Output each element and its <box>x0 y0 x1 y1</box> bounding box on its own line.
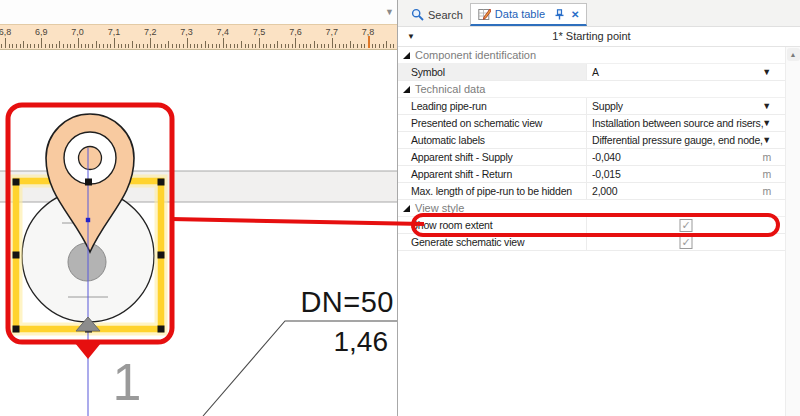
property-label[interactable]: Presented on schematic view <box>398 115 586 131</box>
property-row-apparent-shift-return[interactable]: Apparent shift - Return-0,015m <box>398 166 785 183</box>
ruler-tick <box>16 44 17 48</box>
property-row-automatic-labels[interactable]: Automatic labelsDifferential pressure ga… <box>398 132 785 149</box>
unit-label: m <box>762 168 771 180</box>
chevron-down-icon[interactable]: ▼ <box>762 119 771 128</box>
tab-search[interactable]: Search <box>404 3 470 26</box>
property-value[interactable]: Installation between source and risers,▼ <box>586 115 785 131</box>
property-row-show-room-extent[interactable]: Show room extent✓ <box>398 217 785 234</box>
checkbox[interactable]: ✓ <box>680 219 693 232</box>
guide-node[interactable] <box>86 218 90 222</box>
drawing-canvas[interactable]: ▼ <box>0 0 397 416</box>
tab-search-label: Search <box>428 9 463 21</box>
property-value[interactable]: 2,000m <box>586 183 785 199</box>
ruler-tick <box>324 44 325 48</box>
ruler-tick <box>321 44 322 48</box>
property-label[interactable]: Apparent shift - Supply <box>398 149 586 165</box>
ruler-tick <box>303 44 304 48</box>
property-label[interactable]: Generate schematic view <box>398 234 586 250</box>
pipe-length-label: 1,46 <box>258 326 388 358</box>
ruler-tick <box>9 44 10 48</box>
horizontal-ruler: 6,86,97,07,17,27,37,47,57,67,77,8 <box>0 24 397 50</box>
pipe-diameter-label: DN=50 <box>258 286 394 319</box>
tab-data-table[interactable]: Data table ✕ <box>470 3 588 26</box>
ruler-label: 7,2 <box>144 27 157 37</box>
ruler-tick <box>56 44 57 48</box>
ruler-label: 7,6 <box>289 27 302 37</box>
ruler-label: 7,1 <box>108 27 121 37</box>
property-label[interactable]: Show room extent <box>398 217 586 233</box>
section-expander-icon[interactable] <box>403 205 410 212</box>
ruler-tick <box>154 44 155 48</box>
ruler-tick <box>41 38 42 48</box>
property-label[interactable]: Automatic labels <box>398 132 586 148</box>
chevron-down-icon[interactable]: ▼ <box>762 136 771 145</box>
ruler-tick <box>45 44 46 48</box>
section-header-technical-data[interactable]: Technical data <box>398 81 785 98</box>
property-row-symbol[interactable]: SymbolA▼ <box>398 64 785 81</box>
property-value[interactable]: -0,015m <box>586 166 785 182</box>
scroll-up-icon[interactable]: ▲ <box>787 48 800 61</box>
panel-scrollbar[interactable]: ▲ <box>785 47 800 416</box>
ruler-tick <box>346 44 347 48</box>
ruler-tick <box>92 44 93 48</box>
ruler-tick <box>23 41 24 48</box>
property-label[interactable]: Leading pipe-run <box>398 98 586 114</box>
ruler-tick <box>49 44 50 48</box>
ruler-tick <box>332 38 333 48</box>
property-row-leading-pipe-run[interactable]: Leading pipe-runSupply▼ <box>398 98 785 115</box>
section-expander-icon[interactable] <box>403 86 410 93</box>
property-row-max-length-of-pipe-run-to-be-hidden[interactable]: Max. length of pipe-run to be hidden2,00… <box>398 183 785 200</box>
property-label[interactable]: Symbol <box>398 64 586 80</box>
dropdown-value: A <box>592 66 599 78</box>
section-expander-icon[interactable] <box>403 52 410 59</box>
ruler-tick <box>295 38 296 48</box>
ruler-tick <box>147 44 148 48</box>
property-value[interactable]: ✓ <box>586 234 785 250</box>
property-value[interactable]: Differential pressure gauge, end node,▼ <box>586 132 785 148</box>
property-value[interactable]: Supply▼ <box>586 98 785 114</box>
property-row-generate-schematic-view[interactable]: Generate schematic view✓ <box>398 234 785 251</box>
unit-label: m <box>762 151 771 163</box>
ruler-tick <box>197 44 198 48</box>
ruler-tick <box>125 44 126 48</box>
close-icon[interactable]: ✕ <box>571 9 579 20</box>
property-label[interactable]: Max. length of pipe-run to be hidden <box>398 183 586 199</box>
section-header-view-style[interactable]: View style <box>398 200 785 217</box>
ruler-tick <box>38 44 39 48</box>
ruler-tick <box>299 44 300 48</box>
ruler-tick <box>379 44 380 48</box>
unit-label: m <box>762 185 771 197</box>
pin-icon[interactable] <box>553 9 566 20</box>
section-header-component-identification[interactable]: Component identification <box>398 47 785 64</box>
text-value: 2,000 <box>592 185 617 197</box>
property-row-apparent-shift-supply[interactable]: Apparent shift - Supply-0,040m <box>398 149 785 166</box>
checkbox[interactable]: ✓ <box>680 236 693 249</box>
ruler-tick <box>85 44 86 48</box>
ruler-tick <box>74 44 75 48</box>
ruler-tick <box>88 44 89 48</box>
ruler-tick <box>263 44 264 48</box>
ruler-tick <box>281 44 282 48</box>
chevron-down-icon[interactable]: ▼ <box>762 68 771 77</box>
ruler-tick <box>245 44 246 48</box>
ruler-tick <box>5 38 6 48</box>
section-header-label: View style <box>415 202 464 214</box>
ruler-tick <box>121 44 122 48</box>
ruler-tick <box>132 41 133 48</box>
property-label[interactable]: Apparent shift - Return <box>398 166 586 182</box>
ruler-tick <box>223 38 224 48</box>
ruler-tick <box>393 44 394 48</box>
property-value[interactable]: ✓ <box>586 217 785 233</box>
property-value[interactable]: -0,040m <box>586 149 785 165</box>
ruler-tick <box>364 44 365 48</box>
ruler-tick <box>230 44 231 48</box>
ruler-tick <box>292 44 293 48</box>
ruler-tick <box>205 41 206 48</box>
property-row-presented-on-schematic-view[interactable]: Presented on schematic viewInstallation … <box>398 115 785 132</box>
ruler-tick <box>237 44 238 48</box>
ruler-label: 7,7 <box>325 27 338 37</box>
chevron-down-icon[interactable]: ▼ <box>762 102 771 111</box>
property-value[interactable]: A▼ <box>586 64 785 80</box>
ruler-tick <box>157 44 158 48</box>
ruler-tick <box>161 44 162 48</box>
